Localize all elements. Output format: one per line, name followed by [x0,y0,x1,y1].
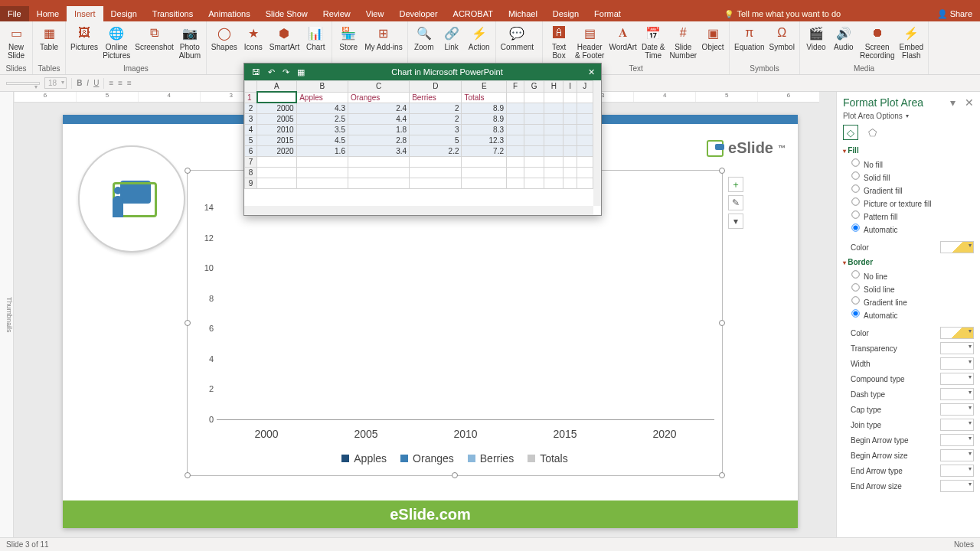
cell[interactable]: 2015 [257,135,297,146]
cell[interactable]: 2005 [257,114,297,125]
comment-button[interactable]: 💬Comment [501,24,534,51]
wordart-button[interactable]: 𝐀WordArt [609,24,637,60]
cell[interactable] [544,146,564,157]
chart-button[interactable]: 📊Chart [304,24,327,51]
cell[interactable] [544,135,564,146]
cell[interactable] [564,135,577,146]
row-header[interactable]: 4 [245,125,257,135]
cell[interactable]: 1.8 [348,125,409,135]
cell[interactable]: Berries [410,92,462,103]
cell[interactable] [296,157,348,168]
tab-developer[interactable]: Developer [391,6,445,21]
resize-handle[interactable] [185,320,191,326]
action-button[interactable]: ⚡Action [468,24,491,51]
zoom-button[interactable]: 🔍Zoom [413,24,436,51]
video-button[interactable]: 🎬Video [805,24,828,60]
cell[interactable] [564,92,577,103]
cell[interactable]: Oranges [348,92,409,103]
header-footer-button[interactable]: ▤Header& Footer [575,24,604,60]
resize-handle[interactable] [185,168,191,174]
tab-insert[interactable]: Insert [67,6,103,21]
tab-file[interactable]: File [0,6,29,21]
chart-filters-button[interactable]: ▾ [728,214,743,229]
fill-option[interactable]: No fill [851,157,974,170]
object-button[interactable]: ▣Object [701,24,724,60]
cell[interactable]: 2.4 [348,103,409,114]
screen-recording-button[interactable]: ⏺ScreenRecording [860,24,895,60]
cell[interactable] [507,135,524,146]
cell[interactable] [564,114,577,125]
cell[interactable]: 2020 [257,146,297,157]
cell[interactable] [544,114,564,125]
chart-styles-button[interactable]: ✎ [728,195,743,210]
cell[interactable] [410,168,462,178]
cell[interactable] [524,125,544,135]
resize-handle[interactable] [452,472,458,478]
cell[interactable]: 8.9 [462,114,507,125]
font-size-dropdown[interactable]: 18 [44,77,67,89]
chart-data-editor[interactable]: 🖫 ↶ ↷ ▦ Chart in Microsoft PowerPoint ✕ … [243,63,602,216]
prop-control[interactable] [940,419,974,431]
cell[interactable] [524,103,544,114]
redo-icon[interactable]: ↷ [283,67,289,77]
cell[interactable]: Totals [462,92,507,103]
cell[interactable] [507,168,524,178]
align-left-button[interactable]: ≡ [109,79,113,87]
horizontal-scrollbar[interactable] [244,206,593,215]
store-button[interactable]: 🏪Store [337,24,360,51]
prop-control[interactable] [940,327,974,339]
cell[interactable] [410,178,462,189]
prop-control[interactable] [940,403,974,416]
cell[interactable] [257,157,297,168]
chart-object[interactable]: ＋ ✎ ▾ 02468101214 20002005201020152020 A… [187,170,723,476]
resize-handle[interactable] [185,472,191,478]
font-name-dropdown[interactable] [6,82,40,85]
border-option[interactable]: Gradient line [851,295,974,308]
col-header[interactable]: G [524,81,544,93]
icons-button[interactable]: ★Icons [242,24,265,51]
border-option[interactable]: Solid line [851,282,974,295]
cell[interactable]: 1.6 [296,146,348,157]
cell[interactable]: 4.3 [296,103,348,114]
fill-option[interactable]: Pattern fill [851,209,974,222]
col-header[interactable]: J [577,81,593,93]
close-pane-icon[interactable]: ▾ ✕ [950,96,974,109]
cell[interactable] [564,168,577,178]
cell[interactable]: Apples [296,92,348,103]
row-header[interactable]: 5 [245,135,257,146]
embed-flash-button[interactable]: ⚡EmbedFlash [900,24,924,60]
cell[interactable]: 2010 [257,125,297,135]
cell[interactable] [348,178,409,189]
cell[interactable]: 5 [410,135,462,146]
prop-control[interactable] [940,357,974,370]
cell[interactable]: 2.5 [296,114,348,125]
cell[interactable]: 3.5 [296,125,348,135]
tab-michael[interactable]: Michael [501,6,545,21]
col-header[interactable]: E [462,81,507,93]
legend-item[interactable]: Totals [528,452,568,465]
cell[interactable] [544,168,564,178]
audio-button[interactable]: 🔊Audio [832,24,855,60]
cell[interactable] [348,157,409,168]
vertical-scrollbar[interactable] [593,80,601,206]
fill-option[interactable]: Automatic [851,222,974,235]
prop-control[interactable] [940,480,974,492]
cell[interactable] [524,168,544,178]
cell[interactable] [524,114,544,125]
cell[interactable] [544,157,564,168]
col-header[interactable]: H [544,81,564,93]
row-header[interactable]: 9 [245,178,257,189]
pictures-button[interactable]: 🖼Pictures [70,24,98,60]
cell[interactable] [296,178,348,189]
border-header[interactable]: Border [843,258,974,266]
edit-data-icon[interactable]: ▦ [297,67,305,77]
equation-button[interactable]: πEquation [734,24,764,51]
new-slide-button[interactable]: ▭NewSlide [5,24,28,60]
border-option[interactable]: No line [851,269,974,282]
cell[interactable] [507,114,524,125]
resize-handle[interactable] [719,168,725,174]
col-header[interactable] [245,81,257,93]
cell[interactable]: 12.3 [462,135,507,146]
cell[interactable] [577,178,593,189]
cell[interactable] [577,157,593,168]
